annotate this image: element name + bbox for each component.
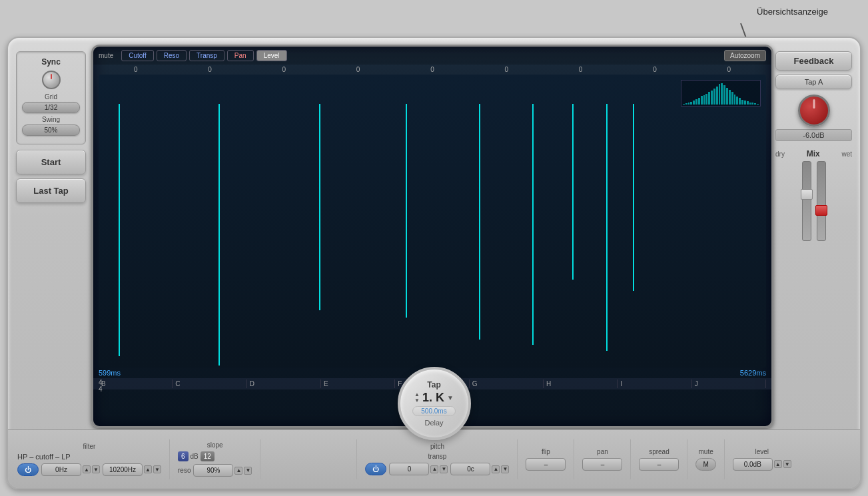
filter-controls-row: ⏻ 0Hz ▲ ▼ 10200Hz ▲ ▼ — [17, 463, 161, 476]
filter-label: filter — [17, 443, 161, 450]
wet-fader-thumb[interactable] — [815, 205, 827, 216]
hp-arrow-down[interactable]: ▼ — [92, 465, 100, 473]
feedback-knob[interactable] — [798, 95, 830, 126]
tap-label-bottom: Delay — [424, 419, 443, 427]
transp-arrow-up[interactable]: ▲ — [430, 465, 438, 473]
tap-label-G[interactable]: G — [470, 379, 544, 388]
tap-delay-circle[interactable]: Tap ▲ ▼ 1. K ▼ 500.0ms Delay — [398, 367, 471, 440]
mini-bar-9 — [705, 94, 707, 105]
tap-line-4[interactable] — [479, 104, 480, 340]
sync-label: Sync — [22, 57, 80, 67]
tab-level[interactable]: Level — [256, 50, 287, 61]
lp-arrow-down[interactable]: ▼ — [153, 465, 161, 473]
dry-fader-track — [802, 161, 811, 241]
slope-db-text: dB — [191, 453, 199, 460]
mini-bar-4 — [693, 101, 695, 105]
mini-bar-19 — [731, 92, 733, 105]
mix-wet-label: wet — [841, 150, 852, 158]
start-button[interactable]: Start — [16, 150, 86, 174]
tap-line-0[interactable] — [119, 104, 120, 356]
wet-fader-track — [817, 161, 826, 241]
level-arrow-down[interactable]: ▼ — [783, 460, 791, 468]
reso-arrow-down[interactable]: ▼ — [244, 467, 252, 475]
hp-cutoff-lp-row: HP – cutoff – LP — [17, 453, 161, 461]
tab-pan[interactable]: Pan — [227, 50, 254, 61]
tap-arrow-up[interactable]: ▲ — [414, 392, 420, 397]
slope-db-badge[interactable]: 6 — [178, 451, 189, 461]
ch-zero-2: 0 — [173, 66, 246, 73]
hp-arrow-up[interactable]: ▲ — [83, 465, 91, 473]
tap-line-8[interactable] — [633, 104, 634, 291]
sync-knob[interactable] — [42, 71, 61, 89]
tap-line-5[interactable] — [532, 104, 534, 345]
tab-transp[interactable]: Transp — [189, 50, 224, 61]
tap-line-2[interactable] — [319, 104, 320, 310]
transp-value: 0 — [389, 463, 429, 475]
tap-label-D[interactable]: D — [247, 379, 321, 388]
mini-bar-1 — [685, 103, 687, 105]
level-arrow-up[interactable]: ▲ — [774, 460, 782, 468]
mute-m-button[interactable]: M — [695, 458, 715, 471]
pan-group: pan – — [582, 448, 622, 471]
grid-value[interactable]: 1/32 — [22, 102, 80, 113]
left-panel: Sync Grid 1/32 Swing 50% Start Last Tap — [16, 51, 86, 428]
mix-header: dry Mix wet — [775, 149, 852, 158]
filter-power-button[interactable]: ⏻ — [17, 463, 39, 476]
level-value: 0.0dB — [733, 458, 773, 471]
mini-bar-13 — [716, 87, 718, 105]
ch-zero-8: 0 — [618, 66, 691, 73]
db-label: -6.0dB — [775, 129, 852, 141]
tap-label-H[interactable]: H — [544, 379, 618, 388]
mini-bar-24 — [744, 101, 746, 105]
channel-headers: 0 0 0 0 0 0 0 0 0 — [93, 65, 771, 75]
lp-arrow-up[interactable]: ▲ — [144, 465, 152, 473]
tap-label-C[interactable]: C — [173, 379, 246, 388]
tab-cutoff[interactable]: Cutoff — [121, 50, 154, 61]
tap-line-3[interactable] — [406, 104, 407, 318]
tap-line-7[interactable] — [606, 104, 608, 351]
mini-bar-15 — [721, 83, 723, 105]
tap-dropdown-icon[interactable]: ▼ — [447, 394, 454, 401]
tap-arrows[interactable]: ▲ ▼ — [414, 392, 420, 403]
mini-bar-0 — [683, 104, 685, 105]
tap-label-B[interactable]: B — [99, 379, 173, 388]
autozoom-button[interactable]: Autozoom — [724, 50, 766, 61]
transp-on-button[interactable]: ⏻ — [365, 463, 386, 475]
tap-label-J[interactable]: J — [692, 379, 766, 388]
display-top-bar: mute Cutoff Reso Transp Pan Level Autozo… — [93, 47, 771, 65]
tap-label-E[interactable]: E — [321, 379, 395, 388]
tap-arrow-down[interactable]: ▼ — [414, 398, 420, 403]
mini-bar-27 — [751, 103, 753, 105]
transp-unit-stepper: 0c ▲ ▼ — [450, 463, 509, 475]
tab-reso[interactable]: Reso — [157, 50, 187, 61]
pan-value: – — [582, 458, 622, 471]
tap-line-6[interactable] — [572, 104, 574, 280]
mini-bar-23 — [741, 100, 743, 105]
level-group: level 0.0dB ▲ ▼ — [733, 448, 791, 471]
ch-zero-9: 0 — [692, 66, 766, 73]
swing-value[interactable]: 50% — [22, 124, 80, 136]
transp-unit-up[interactable]: ▲ — [492, 465, 500, 473]
feedback-button[interactable]: Feedback — [775, 51, 852, 71]
reso-arrow-up[interactable]: ▲ — [234, 467, 242, 475]
lp-stepper: 10200Hz ▲ ▼ — [103, 463, 161, 476]
spread-group: spread – — [639, 448, 679, 471]
ch-zero-1: 0 — [99, 66, 173, 73]
grid-label: Grid — [22, 93, 80, 101]
tap-line-1[interactable] — [218, 104, 220, 366]
transp-arrow-down[interactable]: ▼ — [440, 465, 448, 473]
tap-circle-value: 1. K — [422, 391, 444, 405]
mini-bar-20 — [734, 95, 736, 105]
last-tap-button[interactable]: Last Tap — [16, 178, 86, 203]
mute-label-bottom: mute — [695, 448, 715, 455]
tap-label-I[interactable]: I — [618, 379, 691, 388]
mix-faders — [775, 161, 852, 241]
ch-zero-4: 0 — [321, 66, 395, 73]
hp-value: 0Hz — [41, 463, 81, 476]
dry-fader-thumb[interactable] — [801, 189, 813, 200]
slope-num-badge[interactable]: 12 — [201, 451, 215, 461]
divider-7 — [687, 439, 687, 479]
transp-unit-down[interactable]: ▼ — [501, 465, 509, 473]
tap-circle-ms: 500.0ms — [412, 406, 455, 416]
tap-a-button[interactable]: Tap A — [775, 75, 852, 89]
